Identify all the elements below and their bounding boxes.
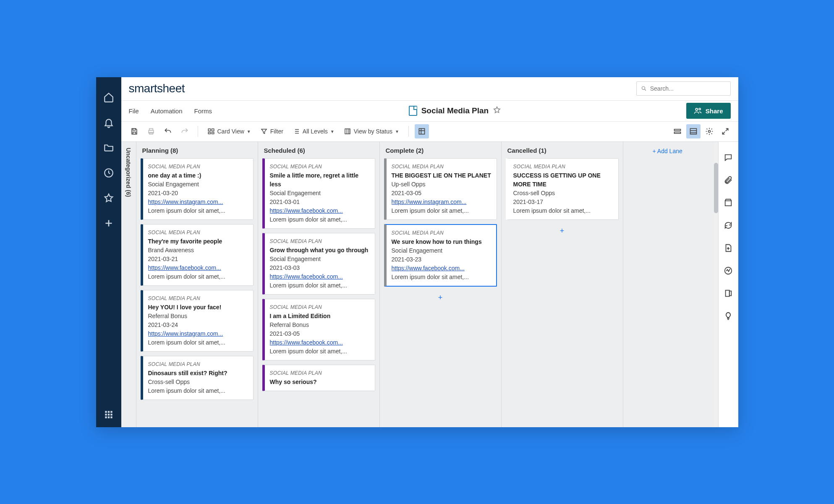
card-link[interactable]: https://www.facebook.com...: [270, 206, 370, 215]
menu-forms[interactable]: Forms: [194, 107, 212, 115]
comments-icon[interactable]: [718, 147, 738, 168]
card-description: Lorem ipsum dolor sit amet,...: [270, 215, 370, 224]
undo-icon[interactable]: [161, 124, 175, 138]
card-layout-icon[interactable]: [415, 124, 429, 138]
filter-icon: [260, 128, 268, 135]
expand-icon[interactable]: [718, 124, 732, 138]
brand-logo: smartsheet: [129, 82, 185, 95]
redo-icon[interactable]: [178, 124, 192, 138]
lane: Complete (2)SOCIAL MEDIA PLANTHE BIGGEST…: [380, 142, 502, 427]
svg-rect-28: [726, 290, 729, 296]
apps-grid-icon[interactable]: [96, 402, 121, 427]
card-plan-label: SOCIAL MEDIA PLAN: [148, 360, 248, 368]
right-rail: [718, 142, 738, 427]
lane-header[interactable]: Scheduled (6): [258, 142, 379, 158]
add-lane-button[interactable]: + Add Lane: [647, 142, 714, 160]
folder-icon[interactable]: [96, 135, 121, 160]
card-category: Brand Awareness: [148, 246, 248, 255]
menu-file[interactable]: File: [129, 107, 139, 115]
svg-point-10: [642, 86, 645, 89]
save-icon[interactable]: [127, 124, 141, 138]
card-category: Referral Bonus: [270, 321, 370, 329]
activity-icon[interactable]: [718, 260, 738, 281]
card-date: 2021-03-23: [392, 255, 491, 264]
card[interactable]: SOCIAL MEDIA PLANWe sure know how to run…: [384, 224, 497, 287]
caret-down-icon: ▼: [330, 129, 335, 134]
card[interactable]: SOCIAL MEDIA PLANSmile a little more, re…: [262, 158, 375, 229]
card-link[interactable]: https://www.facebook.com...: [270, 338, 370, 347]
card[interactable]: SOCIAL MEDIA PLANone day at a time :)Soc…: [141, 158, 254, 220]
attachments-icon[interactable]: [718, 170, 738, 191]
lane-header[interactable]: Planning (8): [136, 142, 258, 158]
card[interactable]: SOCIAL MEDIA PLANGrow through what you g…: [262, 233, 375, 295]
caret-down-icon: ▼: [395, 129, 399, 134]
notifications-icon[interactable]: [96, 110, 121, 135]
add-card-button[interactable]: +: [384, 291, 497, 305]
card[interactable]: SOCIAL MEDIA PLANI am a Limited EditionR…: [262, 299, 375, 360]
scrollbar[interactable]: [714, 142, 718, 427]
compact-view-icon[interactable]: [670, 124, 685, 138]
lane-header[interactable]: Cancelled (1): [502, 142, 623, 158]
svg-rect-9: [110, 416, 112, 418]
lightbulb-icon[interactable]: [718, 306, 738, 326]
add-card-button[interactable]: +: [506, 224, 619, 238]
card-link[interactable]: https://www.facebook.com...: [270, 272, 370, 281]
svg-rect-7: [105, 416, 107, 418]
card-description: Lorem ipsum dolor sit amet,...: [270, 347, 370, 356]
levels-dropdown[interactable]: All Levels ▼: [289, 124, 338, 138]
card[interactable]: SOCIAL MEDIA PLANHey YOU! I love your fa…: [141, 290, 254, 352]
search-input[interactable]: [650, 85, 726, 92]
home-icon[interactable]: [96, 85, 121, 110]
share-button[interactable]: Share: [686, 103, 731, 119]
card[interactable]: SOCIAL MEDIA PLANDinosaurs still exist? …: [141, 356, 254, 400]
card-date: 2021-03-03: [270, 264, 370, 272]
lane-body: SOCIAL MEDIA PLANSUCCESS IS GETTING UP O…: [502, 158, 623, 427]
recents-icon[interactable]: [96, 160, 121, 185]
card[interactable]: SOCIAL MEDIA PLANSUCCESS IS GETTING UP O…: [506, 158, 619, 220]
proofs-icon[interactable]: [718, 192, 738, 213]
svg-rect-2: [107, 411, 109, 413]
refresh-icon[interactable]: [718, 215, 738, 236]
add-lane-column: + Add Lane: [647, 142, 714, 427]
svg-rect-14: [149, 128, 152, 130]
summary-icon[interactable]: [718, 283, 738, 304]
card-date: 2021-03-24: [148, 321, 248, 329]
card[interactable]: SOCIAL MEDIA PLANThey're my favorite peo…: [141, 224, 254, 286]
svg-rect-18: [208, 132, 210, 134]
view-by-dropdown[interactable]: View by Status ▼: [340, 124, 403, 138]
filter-button[interactable]: Filter: [257, 124, 287, 138]
card-description: Lorem ipsum dolor sit amet,...: [148, 338, 248, 347]
card-title: Why so serious?: [270, 378, 370, 386]
search-box[interactable]: [636, 81, 731, 96]
card-link[interactable]: https://www.facebook.com...: [392, 264, 491, 273]
card-plan-label: SOCIAL MEDIA PLAN: [270, 163, 370, 170]
lane-header[interactable]: Complete (2): [380, 142, 501, 158]
favorites-icon[interactable]: [96, 185, 121, 211]
card-date: 2021-03-17: [513, 198, 613, 206]
card[interactable]: SOCIAL MEDIA PLANWhy so serious?: [262, 365, 375, 391]
lane: Planning (8)SOCIAL MEDIA PLANone day at …: [136, 142, 258, 427]
list-icon: [293, 128, 300, 135]
print-icon[interactable]: [144, 124, 158, 138]
card[interactable]: SOCIAL MEDIA PLANTHE BIGGEST LIE ON THE …: [384, 158, 497, 220]
star-icon[interactable]: [493, 106, 501, 116]
full-view-icon[interactable]: [686, 124, 701, 138]
card-title: Grow through what you go through: [270, 246, 370, 255]
card-link[interactable]: https://www.instagram.com...: [392, 198, 492, 206]
svg-rect-16: [208, 129, 210, 131]
add-icon[interactable]: [96, 211, 121, 236]
card-link[interactable]: https://www.instagram.com...: [148, 198, 248, 206]
settings-icon[interactable]: [702, 124, 716, 138]
caret-down-icon: ▼: [247, 129, 251, 134]
card-category: Social Engagement: [270, 255, 370, 264]
card-link[interactable]: https://www.facebook.com...: [148, 264, 248, 272]
card-category: Cross-sell Opps: [148, 378, 248, 386]
svg-rect-20: [345, 129, 350, 134]
uncategorized-lane[interactable]: Uncategorized (6): [121, 142, 136, 427]
menu-automation[interactable]: Automation: [151, 107, 183, 115]
card-title: one day at a time :): [148, 171, 248, 180]
upload-file-icon[interactable]: [718, 238, 738, 259]
card-view-dropdown[interactable]: Card View ▼: [204, 124, 254, 138]
card-link[interactable]: https://www.instagram.com...: [148, 329, 248, 338]
card-plan-label: SOCIAL MEDIA PLAN: [148, 295, 248, 302]
